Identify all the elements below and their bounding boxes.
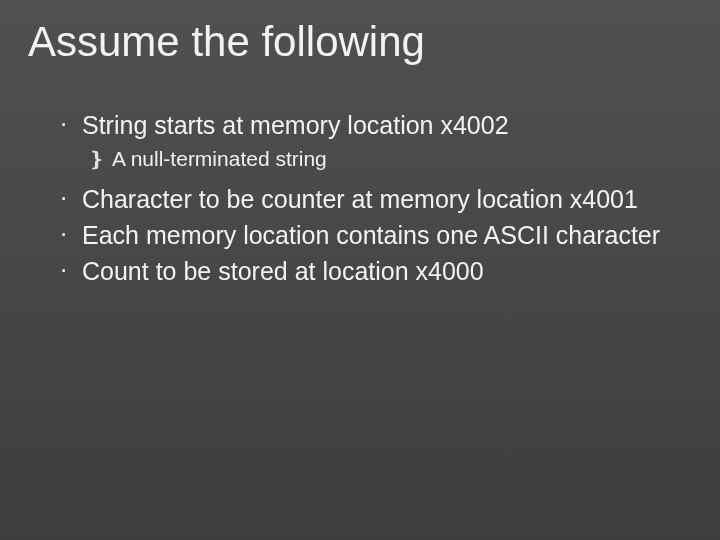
list-item: · Count to be stored at location x4000 (60, 256, 680, 286)
body-content: · String starts at memory location x4002… (60, 110, 680, 292)
slide: Assume the following · String starts at … (0, 0, 720, 540)
list-item-text: String starts at memory location x4002 (82, 110, 509, 140)
bullet-icon: · (60, 254, 82, 284)
list-item: · Each memory location contains one ASCI… (60, 220, 680, 250)
list-item-text: Character to be counter at memory locati… (82, 184, 638, 214)
list-item-text: Each memory location contains one ASCII … (82, 220, 660, 250)
bullet-icon: · (60, 218, 82, 248)
list-item-text: Count to be stored at location x4000 (82, 256, 484, 286)
list-item: · Character to be counter at memory loca… (60, 184, 680, 214)
sub-list-item: ❵ A null-terminated string (88, 146, 680, 172)
list-item: · String starts at memory location x4002 (60, 110, 680, 140)
bullet-icon: · (60, 182, 82, 212)
bullet-icon: · (60, 108, 82, 138)
page-title: Assume the following (28, 18, 425, 66)
sub-list-item-text: A null-terminated string (112, 146, 327, 172)
sub-bullet-icon: ❵ (88, 146, 112, 172)
